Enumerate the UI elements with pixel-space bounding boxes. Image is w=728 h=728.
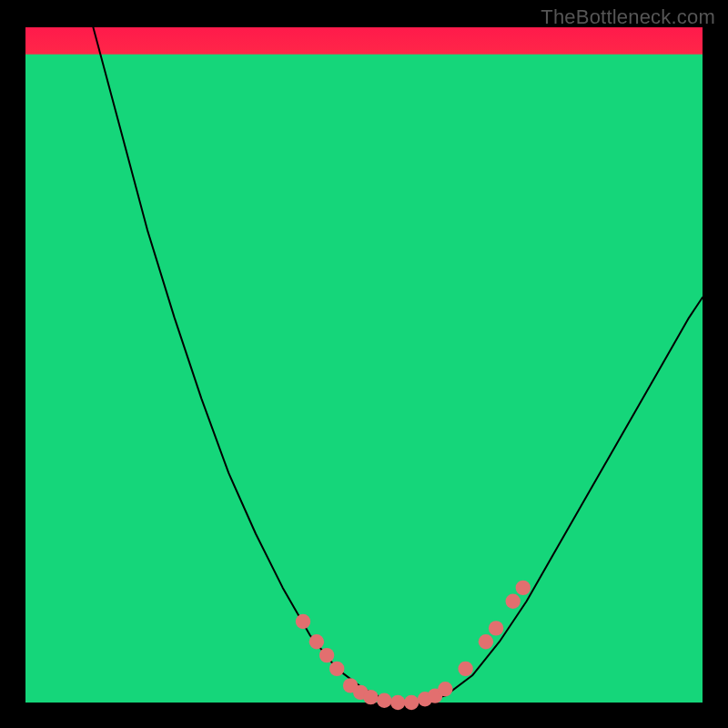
curve-marker (319, 648, 334, 662)
curve-marker (309, 634, 324, 649)
curve-marker (390, 695, 405, 710)
curve-marker (404, 695, 419, 710)
curve-marker (363, 690, 378, 704)
watermark-text: TheBottleneck.com (541, 5, 715, 29)
chart-frame: TheBottleneck.com (0, 0, 728, 728)
curve-marker (329, 662, 344, 676)
curve-marker (438, 682, 452, 696)
curve-marker (479, 634, 493, 649)
curve-marker (296, 614, 310, 629)
curve-marker (489, 621, 503, 635)
curve-marker (458, 662, 472, 676)
bottleneck-chart (0, 0, 728, 728)
curve-marker (377, 693, 391, 708)
curve-marker (516, 581, 531, 595)
curve-marker (506, 594, 521, 609)
